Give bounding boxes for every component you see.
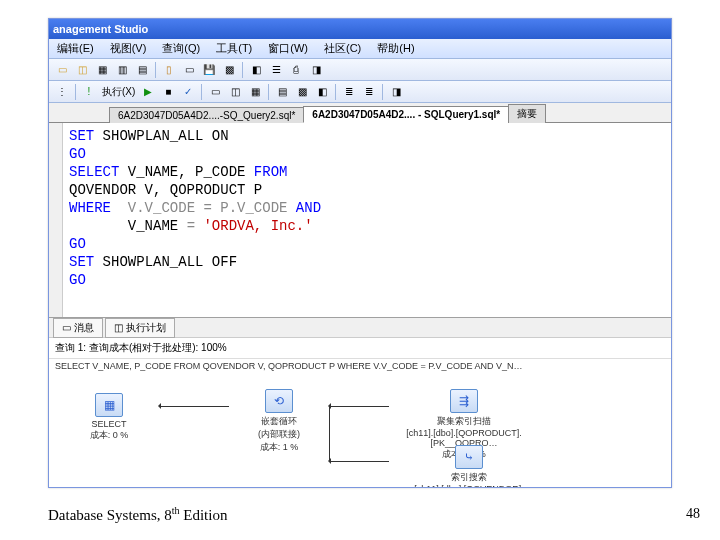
plan-label: 执行计划 [126, 321, 166, 335]
tb-icon[interactable]: ▤ [133, 61, 151, 79]
separator [75, 84, 76, 100]
slide-footer: Database Systems, 8th Edition [48, 505, 227, 524]
kw: SET [69, 254, 94, 270]
separator [335, 84, 336, 100]
kw: WHERE [69, 200, 111, 216]
db-icon[interactable]: ◫ [73, 61, 91, 79]
tb-icon[interactable]: ▭ [180, 61, 198, 79]
sql-editor[interactable]: SET SHOWPLAN_ALL ON GO SELECT V_NAME, P_… [49, 123, 671, 318]
plan-sql: SELECT V_NAME, P_CODE FROM QOVENDOR V, Q… [49, 359, 671, 373]
edition-sup: th [172, 505, 180, 516]
kw: SET [69, 128, 94, 144]
menu-window[interactable]: 窗口(W) [264, 41, 312, 56]
t: SHOWPLAN_ALL OFF [94, 254, 237, 270]
separator [268, 84, 269, 100]
t: V_NAME [69, 218, 187, 234]
cis-node-icon: ⇶ [450, 389, 478, 413]
arrow [159, 406, 229, 407]
node-cost: 成本: 0 % [59, 429, 159, 442]
tb-icon[interactable]: ▤ [273, 83, 291, 101]
tab-query2[interactable]: 6A2D3047D05A4D2....-SQ_Query2.sql* [109, 107, 304, 123]
book-title: Database Systems, 8 [48, 507, 172, 523]
kw: GO [69, 272, 86, 288]
tb-icon[interactable]: ◧ [313, 83, 331, 101]
node-label: SELECT [59, 419, 159, 429]
execute-label[interactable]: 执行(X) [100, 85, 137, 99]
tb-icon[interactable]: ≣ [360, 83, 378, 101]
plan-node-index-seek[interactable]: ⤷ 索引搜索 [ch11].[dbo].[QOVENDOR].[QOV_NDX2… [389, 445, 549, 487]
tb-icon[interactable]: ≣ [340, 83, 358, 101]
execution-plan[interactable]: 查询 1: 查询成本(相对于批处理): 100% SELECT V_NAME, … [49, 338, 671, 487]
t: QOVENDOR V, QOPRODUCT P [69, 182, 262, 198]
node-label: 聚集索引扫描 [389, 415, 539, 428]
tb-icon[interactable]: ◫ [226, 83, 244, 101]
open-icon[interactable]: ▯ [160, 61, 178, 79]
kw: SELECT [69, 164, 119, 180]
seek-node-icon: ⤷ [455, 445, 483, 469]
messages-tab[interactable]: ▭ 消息 [53, 318, 103, 338]
new-query-icon[interactable]: ▭ [53, 61, 71, 79]
tb-icon[interactable]: ⎙ [287, 61, 305, 79]
t: SHOWPLAN_ALL ON [94, 128, 228, 144]
kw: FROM [254, 164, 288, 180]
arrow-v [329, 406, 330, 461]
t: = [187, 218, 195, 234]
menu-edit[interactable]: 编辑(E) [53, 41, 98, 56]
tb-icon[interactable]: ▥ [113, 61, 131, 79]
results-tabs: ▭ 消息 ◫ 执行计划 [49, 318, 671, 338]
parse-icon[interactable]: ✓ [179, 83, 197, 101]
plan-tab[interactable]: ◫ 执行计划 [105, 318, 175, 338]
title-text: anagement Studio [53, 23, 148, 35]
tb-icon[interactable]: ◨ [387, 83, 405, 101]
editor-tabs: 6A2D3047D05A4D2....-SQ_Query2.sql* 6A2D3… [49, 103, 671, 123]
title-bar: anagement Studio [49, 19, 671, 39]
tb-icon[interactable]: ▩ [293, 83, 311, 101]
menu-help[interactable]: 帮助(H) [373, 41, 418, 56]
run-icon[interactable]: ▶ [139, 83, 157, 101]
tb-icon[interactable]: ▦ [246, 83, 264, 101]
menu-tools[interactable]: 工具(T) [212, 41, 256, 56]
node-sub: [ch11].[dbo].[QOVENDOR].[QOV_NDX2] [389, 484, 549, 487]
separator [242, 62, 243, 78]
tb-icon[interactable]: ▦ [93, 61, 111, 79]
edition-tail: Edition [180, 507, 228, 523]
messages-label: 消息 [74, 321, 94, 335]
arrow [329, 406, 389, 407]
kw: AND [296, 200, 321, 216]
node-label: 嵌套循环 [229, 415, 329, 428]
messages-icon: ▭ [62, 322, 71, 333]
menu-community[interactable]: 社区(C) [320, 41, 365, 56]
tb-icon[interactable]: ▩ [220, 61, 238, 79]
menu-bar: 编辑(E) 视图(V) 查询(Q) 工具(T) 窗口(W) 社区(C) 帮助(H… [49, 39, 671, 59]
save-icon[interactable]: 💾 [200, 61, 218, 79]
kw: GO [69, 236, 86, 252]
t: V_NAME, P_CODE [119, 164, 253, 180]
tb-icon[interactable]: ☰ [267, 61, 285, 79]
sql-body[interactable]: SET SHOWPLAN_ALL ON GO SELECT V_NAME, P_… [63, 123, 671, 317]
node-label: 索引搜索 [389, 471, 549, 484]
tab-query1-label: 6A2D3047D05A4D2.... - SQLQuery1.sql* [312, 109, 500, 120]
plan-node-select[interactable]: ▦ SELECT 成本: 0 % [59, 393, 159, 442]
separator [155, 62, 156, 78]
tb-icon[interactable]: ⋮ [53, 83, 71, 101]
plan-node-nested-loop[interactable]: ⟲ 嵌套循环 (内部联接) 成本: 1 % [229, 389, 329, 454]
toolbar-1: ▭ ◫ ▦ ▥ ▤ ▯ ▭ 💾 ▩ ◧ ☰ ⎙ ◨ [49, 59, 671, 81]
plan-header: 查询 1: 查询成本(相对于批处理): 100% [49, 338, 671, 359]
tab-query1[interactable]: 6A2D3047D05A4D2.... - SQLQuery1.sql* [303, 106, 509, 123]
plan-canvas: ▦ SELECT 成本: 0 % ⟲ 嵌套循环 (内部联接) 成本: 1 % ⇶ [49, 373, 671, 487]
execute-icon[interactable]: ! [80, 83, 98, 101]
node-sub: (内部联接) [229, 428, 329, 441]
tb-icon[interactable]: ◨ [307, 61, 325, 79]
node-cost: 成本: 1 % [229, 441, 329, 454]
tb-icon[interactable]: ▭ [206, 83, 224, 101]
page-number: 48 [686, 506, 700, 522]
menu-view[interactable]: 视图(V) [106, 41, 151, 56]
tb-icon[interactable]: ◧ [247, 61, 265, 79]
menu-query[interactable]: 查询(Q) [158, 41, 204, 56]
separator [201, 84, 202, 100]
select-node-icon: ▦ [95, 393, 123, 417]
toolbar-2: ⋮ ! 执行(X) ▶ ■ ✓ ▭ ◫ ▦ ▤ ▩ ◧ ≣ ≣ ◨ [49, 81, 671, 103]
tab-summary[interactable]: 摘要 [508, 104, 546, 123]
plan-icon: ◫ [114, 322, 123, 333]
stop-icon[interactable]: ■ [159, 83, 177, 101]
